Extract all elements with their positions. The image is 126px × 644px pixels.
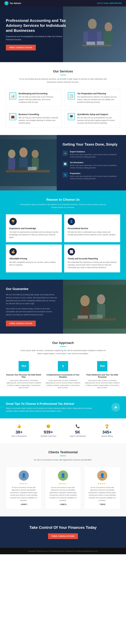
approach-section: Our Approach Lorem ipsum dolor sit amet,…	[0, 334, 126, 396]
reason-subtitle: Choosing the right accountant or tax adv…	[19, 203, 107, 209]
svg-point-14	[32, 150, 39, 158]
stat-label-3: Awards Wining	[94, 435, 120, 437]
tax-feature-text-0: Expert Guidance All the Lorem ipsum gene…	[70, 150, 120, 158]
hero-section: Professional Accounting and Tax Advisory…	[0, 6, 126, 62]
reason-icon-1: 👤	[68, 218, 75, 225]
svg-rect-2	[84, 31, 88, 43]
services-section: Our Services At our accounting and tax a…	[0, 62, 126, 135]
hero-cta-button[interactable]: FREE CONSULTATION	[6, 45, 36, 50]
stat-label-1: Satisfied Customers	[35, 435, 62, 437]
tax-feature-icon-1: 🔄	[62, 162, 68, 167]
testimonial-name-0: - JOHN T.	[10, 504, 38, 506]
svg-point-0	[88, 19, 97, 29]
testimonial-card-0: 👤 ★★★★☆ Al vero et accusinus et iusto od…	[6, 467, 42, 509]
tax-feature-title-1: Tax Resolution	[70, 162, 120, 164]
reason-section: Reason to Choose Us Choosing the right a…	[0, 190, 126, 280]
stat-label-2: Urgent Call Attended	[64, 435, 91, 437]
guarantee-p1: We are committed to providing high quali…	[6, 293, 57, 305]
stat-item-3: 🏆 345+ Awards Wining	[94, 424, 120, 437]
service-text-0: Bookkeeping and Accounting We can help y…	[18, 92, 58, 104]
avatar-1: 👤	[58, 470, 68, 481]
tax-feature-icon-0: 🚗	[62, 150, 68, 156]
svg-rect-5	[104, 31, 112, 44]
service-title-1: Tax Preparation and Planning	[77, 92, 117, 95]
service-icon-0: 📊	[9, 92, 16, 100]
service-card-1: 📋 Tax Preparation and Planning Our exper…	[64, 89, 120, 107]
service-desc-2: We can help you with business formation,…	[18, 116, 58, 124]
testimonials-section: Clients Testimonial Alr vero et accusinu…	[0, 443, 126, 516]
guarantee-image	[63, 280, 126, 334]
logo-icon: T	[4, 1, 8, 5]
stat-icon-3: 🏆	[94, 424, 120, 428]
svg-rect-17	[15, 167, 26, 170]
phone-number: (800) 900-0205	[110, 2, 122, 4]
step-title-1: Comprehensive Assessment of Your Situati…	[45, 374, 81, 378]
stat-label-0: Years of Experience	[6, 435, 32, 437]
taxes-title: Getting Your Taxes Done, Simply	[62, 142, 120, 146]
svg-rect-25	[78, 316, 88, 319]
reason-title: Reason to Choose Us	[6, 198, 120, 202]
guarantee-title: Our Guarantee	[6, 287, 57, 291]
guarantee-content: Our Guarantee We are committed to provid…	[0, 280, 63, 334]
step-icon-0: TAX	[18, 361, 29, 371]
tax-feature-desc-2: All the Lorem ipsum generators on the In…	[70, 175, 120, 180]
cta-button[interactable]: FREE CONSULTATION	[48, 533, 78, 539]
stat-number-0: 38+	[6, 430, 32, 434]
testimonial-card-1: 👤 ★★★★☆ Al vero et accusinus et iusto od…	[45, 467, 81, 509]
services-grid: 📊 Bookkeeping and Accounting We can help…	[6, 89, 120, 128]
testimonials-title: Clients Testimonial	[6, 450, 120, 454]
testimonials-divider	[60, 456, 66, 456]
reason-card-3: 📈 Timely and Accurate Reporting We under…	[64, 244, 120, 272]
tax-feature-desc-0: All the Lorem ipsum generators on the In…	[70, 153, 120, 158]
service-text-2: Business Consulting We can help you with…	[18, 113, 58, 124]
service-icon-3: 🖥️	[68, 113, 75, 120]
hero-content: Professional Accounting and Tax Advisory…	[6, 18, 68, 50]
call-label: Call Us Today:	[97, 2, 109, 4]
service-card-2: 💼 Business Consulting We can help you wi…	[6, 110, 62, 128]
service-title-3: QuickBooks Setup and Support	[77, 113, 117, 116]
stat-number-1: 939+	[35, 430, 62, 434]
svg-rect-19	[63, 285, 126, 329]
avatar-0: 👤	[18, 470, 29, 481]
stat-item-1: 😊 939+ Satisfied Customers	[35, 424, 62, 437]
reason-title-2: Affordable Pricing	[10, 258, 58, 260]
service-title-2: Business Consulting	[18, 113, 58, 116]
svg-rect-6	[82, 44, 111, 46]
svg-rect-26	[89, 315, 102, 319]
svg-rect-7	[86, 42, 95, 45]
logo-text: Tax Advisor	[10, 2, 21, 4]
tips-section: Great Tips To Choose A Professional Tax …	[0, 396, 126, 418]
footer-bottom: Copyright © dreamname.com. All Rights Re…	[0, 548, 126, 554]
play-button[interactable]	[111, 403, 120, 412]
testimonial-text-2: Al vero et accusinus et iusto odio digni…	[88, 486, 116, 502]
reason-desc-2: We offer competitive pricing for our ser…	[10, 261, 58, 266]
service-text-3: QuickBooks Setup and Support We can help…	[77, 113, 117, 124]
guarantee-p2: Take control of your finances today. Con…	[6, 307, 57, 316]
hero-subtitle: Experienced and Knowledgeable Accountant…	[6, 35, 68, 41]
svg-rect-18	[28, 167, 37, 170]
reason-desc-0: Our team of experienced accountants and …	[10, 231, 58, 239]
stat-icon-0: 👍	[6, 424, 32, 428]
approach-subtitle: Lorem ipsum dolor sit amet, consectetur …	[19, 349, 107, 355]
approach-steps: TAX Execute Your Personal Tax Debt Relie…	[6, 361, 120, 389]
stat-icon-1: 😊	[35, 424, 62, 428]
services-subtitle: At our accounting and tax advisory servi…	[19, 78, 107, 84]
service-card-3: 🖥️ QuickBooks Setup and Support We can h…	[64, 110, 120, 128]
stat-item-2: 📞 5K Urgent Call Attended	[64, 424, 91, 437]
footer-copyright: Copyright © dreamname.com. All Rights Re…	[6, 550, 120, 552]
testimonial-text-0: Al vero et accusinus et iusto odio digni…	[10, 486, 38, 502]
step-title-2: Final Settlement and Your Tax Debt Resol…	[84, 374, 120, 378]
stats-section: 👍 38+ Years of Experience 😊 939+ Satisfi…	[0, 418, 126, 443]
svg-point-4	[104, 22, 112, 32]
taxes-image	[0, 135, 57, 190]
guarantee-cta-button[interactable]: FREE CONSULTATION	[6, 320, 36, 326]
step-card-2: TAX Final Settlement and Your Tax Debt R…	[84, 361, 120, 389]
tax-feature-1: 🔄 Tax Resolution All the Lorem ipsum gen…	[62, 162, 120, 169]
tax-feature-0: 🚗 Expert Guidance All the Lorem ipsum ge…	[62, 150, 120, 158]
tax-feature-icon-2: 👤	[62, 172, 68, 178]
service-card-0: 📊 Bookkeeping and Accounting We can help…	[6, 89, 62, 107]
stars-1: ★★★★☆	[49, 482, 77, 485]
hero-title: Professional Accounting and Tax Advisory…	[6, 18, 68, 33]
reason-desc-1: We take the time to understand your uniq…	[68, 231, 116, 236]
step-desc-2: Lorem ipsum dolor sit amet, consectetur …	[84, 379, 120, 389]
